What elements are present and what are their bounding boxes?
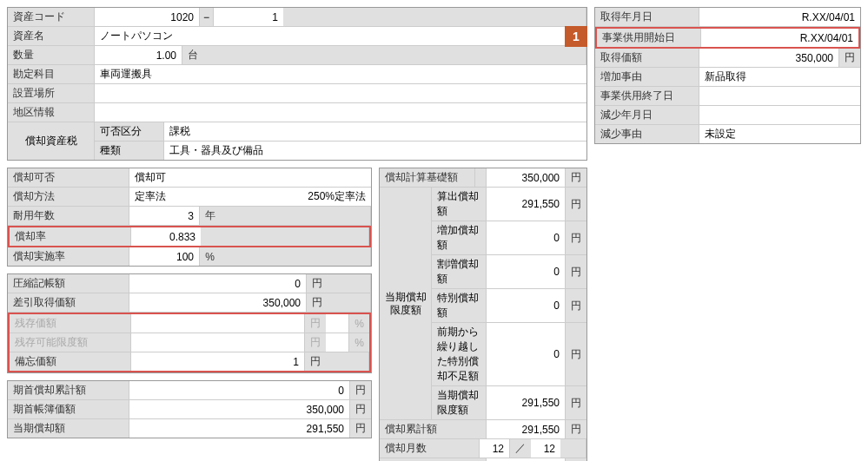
type-label: 種類 — [95, 142, 164, 160]
qty-unit: 台 — [182, 46, 203, 64]
dash-separator: − — [199, 8, 214, 26]
dep-rate-row: 償却率 0.833 — [8, 226, 371, 247]
acq-date-value[interactable]: R.XX/04/01 — [699, 8, 860, 26]
begin-book-label: 期首帳簿価額 — [8, 400, 129, 418]
life-unit: 年 — [199, 207, 221, 225]
current-dep-label: 当期償却額 — [8, 419, 129, 438]
asset-code-2[interactable]: 1 — [214, 8, 283, 26]
dec-reason-label: 減少事由 — [595, 125, 699, 143]
months-label: 償却月数 — [380, 439, 480, 458]
wari-label: 割増償却額 — [432, 255, 487, 288]
life-value[interactable]: 3 — [129, 207, 199, 225]
inc-value: 0 — [487, 221, 565, 254]
location-label: 設置場所 — [8, 84, 95, 102]
rate-value[interactable]: 0.833 — [131, 227, 201, 246]
calc-base-value: 350,000 — [487, 168, 565, 187]
dec-reason-value[interactable]: 未設定 — [699, 125, 860, 143]
net-label: 差引取得価額 — [8, 293, 129, 312]
qty-value[interactable]: 1.00 — [95, 46, 182, 64]
end-value[interactable] — [699, 87, 860, 105]
accum-label: 償却累計額 — [380, 420, 487, 438]
dec-date-label: 減少年月日 — [595, 106, 699, 124]
exec-value[interactable]: 100 — [129, 247, 199, 266]
inc-label: 増加償却額 — [432, 221, 487, 254]
qty-label: 数量 — [8, 46, 95, 64]
memo-label: 備忘価額 — [10, 352, 131, 371]
asset-name-label: 資産名 — [8, 27, 95, 45]
kahi-label: 可否区分 — [95, 122, 164, 141]
asset-code-label: 資産コード — [8, 8, 95, 26]
dep-method-sub: 250%定率法 — [234, 188, 371, 206]
kahi-value[interactable]: 課税 — [164, 122, 586, 141]
wari-value: 0 — [487, 255, 565, 288]
begin-accum-label: 期首償却累計額 — [8, 381, 129, 399]
salvage-value — [131, 314, 304, 333]
prev-label: 前期から繰り越した特別償却不足額 — [432, 323, 487, 385]
cost-value[interactable]: 350,000 — [699, 49, 838, 67]
start-value[interactable]: R.XX/04/01 — [701, 29, 858, 47]
book-value-panel: 圧縮記帳額 0 円 差引取得価額 350,000 円 残存価額 — [7, 273, 372, 373]
san-label: 算出償却額 — [432, 188, 487, 221]
calc-base-label: 償却計算基礎額 — [380, 168, 475, 187]
account-label: 勘定科目 — [8, 65, 95, 83]
type-value[interactable]: 工具・器具及び備品 — [164, 142, 586, 160]
dec-date-value[interactable] — [699, 106, 860, 124]
life-label: 耐用年数 — [8, 207, 129, 225]
net-value[interactable]: 350,000 — [129, 293, 306, 312]
prev-value: 0 — [487, 323, 565, 385]
yen-unit: 円 — [306, 274, 328, 293]
account-value[interactable]: 車両運搬具 — [95, 65, 586, 83]
spec-label: 特別償却額 — [432, 289, 487, 322]
exec-unit: % — [199, 247, 220, 266]
dep-method-panel: 償却可否 償却可 償却方法 定率法 250%定率法 耐用年数 3 年 — [7, 168, 372, 267]
salvage-limit-label: 残存可能限度額 — [10, 333, 131, 352]
begin-accum-value[interactable]: 0 — [129, 381, 349, 399]
comp-value[interactable]: 0 — [129, 274, 306, 293]
acquisition-panel: 取得年月日 R.XX/04/01 事業供用開始日 R.XX/04/01 取得価額… — [594, 7, 861, 144]
exec-label: 償却実施率 — [8, 247, 129, 266]
calc-panel: 償却計算基礎額 350,000 円 当期償却 限度額 算出償却額 291,550… — [379, 168, 587, 461]
region-label: 地区情報 — [8, 103, 95, 122]
limit-group-label: 当期償却 限度額 — [380, 188, 432, 419]
tax-group-label: 償却資産税 — [8, 122, 95, 160]
acq-date-label: 取得年月日 — [595, 8, 699, 26]
dep-method-label: 償却方法 — [8, 188, 129, 206]
spec-value: 0 — [487, 289, 565, 322]
begin-book-value[interactable]: 350,000 — [129, 400, 349, 418]
dep-method-value[interactable]: 定率法 — [129, 188, 234, 206]
start-label: 事業供用開始日 — [597, 29, 701, 47]
inc-reason-label: 増加事由 — [595, 68, 699, 86]
memo-value[interactable]: 1 — [131, 352, 304, 371]
end-label: 事業供用終了日 — [595, 87, 699, 105]
asset-name-value[interactable]: ノートパソコン — [95, 27, 586, 45]
dep-able-value[interactable]: 償却可 — [129, 168, 371, 187]
cost-label: 取得価額 — [595, 49, 699, 67]
asset-info-panel: 資産コード 1020 − 1 資産名 ノートパソコン 数量 1.00 台 勘定科… — [7, 7, 587, 161]
begin-balance-panel: 期首償却累計額 0 円 期首帳簿価額 350,000 円 当期償却額 291,5… — [7, 380, 372, 438]
limit-value: 291,550 — [487, 386, 565, 419]
asset-code-1[interactable]: 1020 — [95, 8, 199, 26]
rate-label: 償却率 — [10, 227, 131, 246]
salvage-label: 残存価額 — [10, 314, 131, 333]
dep-able-label: 償却可否 — [8, 168, 129, 187]
san-value: 291,550 — [487, 188, 565, 221]
inc-reason-value[interactable]: 新品取得 — [699, 68, 860, 86]
current-dep-value[interactable]: 291,550 — [129, 419, 349, 438]
salvage-limit-value — [131, 333, 304, 352]
location-value[interactable] — [95, 84, 586, 102]
salvage-highlight-block: 残存価額 円 % 残存可能限度額 円 % — [8, 313, 371, 372]
start-date-row: 事業供用開始日 R.XX/04/01 — [595, 27, 860, 49]
months-2: 12 — [531, 439, 560, 458]
limit-label: 当期償却限度額 — [432, 386, 487, 419]
comp-label: 圧縮記帳額 — [8, 274, 129, 293]
region-value[interactable] — [95, 103, 586, 122]
months-1[interactable]: 12 — [480, 439, 509, 458]
accum-value: 291,550 — [487, 420, 565, 438]
callout-1: 1 — [565, 26, 587, 47]
